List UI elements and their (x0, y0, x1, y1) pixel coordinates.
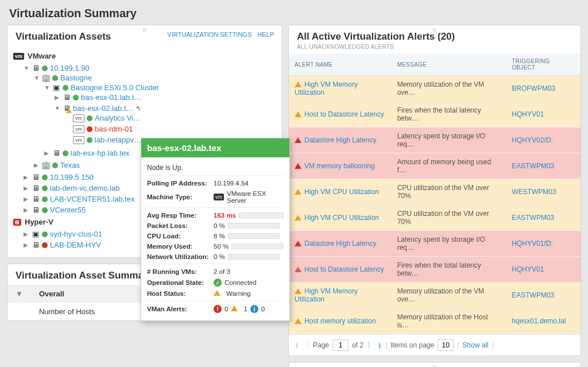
virtualization-settings-link[interactable]: VIRTUALIZATION SETTINGS (167, 31, 252, 38)
host-icon: 🖥 (32, 206, 40, 214)
tree-node-selected[interactable]: ▼ 🖥 bas-esx-02.lab.t… ↖ (55, 104, 276, 113)
vmware-group[interactable]: vm VMware (13, 49, 276, 63)
alert-row[interactable]: Host to Datastore LatencyFires when the … (289, 102, 581, 128)
tree-node[interactable]: vmbas-rdm-01 (65, 125, 276, 133)
next-page-button[interactable]: 〉 (367, 340, 374, 350)
severity-icon (295, 266, 301, 272)
alert-row[interactable]: Datastore High LatencyLatency spent by s… (289, 231, 581, 257)
help-link[interactable]: HELP (257, 31, 274, 38)
triggering-object-link[interactable]: EASTWPM03 (512, 291, 554, 299)
status-up-icon (73, 95, 79, 101)
alert-row[interactable]: Host to Datastore LatencyFires when the … (289, 257, 581, 283)
caret-down-icon[interactable]: ▼ (24, 65, 29, 71)
caret-right-icon[interactable]: ▶ (24, 185, 29, 191)
alert-row[interactable]: Datastore High LatencyLatency spent by s… (289, 128, 581, 153)
tree-label: lab-dem-vc.demo.lab (50, 184, 119, 192)
col-alert-name[interactable]: ALERT NAME (289, 53, 392, 76)
alert-name-link[interactable]: Datastore High Latency (304, 136, 376, 144)
alert-name-link[interactable]: High VM Memory Utilization (295, 80, 358, 96)
caret-down-icon[interactable]: ▼ (44, 84, 50, 91)
alert-message: Memory utilization of the VM ove… (392, 283, 506, 308)
warn-badge-icon (231, 306, 238, 311)
tree-node[interactable]: ▼ 🏢 Bastogne (34, 74, 276, 82)
tree-node[interactable]: ▼ 🖥 10.199.1.90 (24, 64, 276, 72)
caret-right-icon[interactable]: ▶ (55, 94, 60, 101)
page-title: Virtualization Summary (0, 0, 588, 25)
last-page-button[interactable]: ⦊ (378, 341, 382, 350)
vman-alerts-value: !0 1 i0 (214, 305, 284, 313)
alert-name-link[interactable]: High VM CPU Utilization (304, 188, 379, 196)
triggering-object-link[interactable]: HQHYV01 (512, 265, 544, 273)
drag-handle-icon[interactable]: ⠿ (142, 28, 147, 34)
show-all-link[interactable]: Show all (462, 341, 488, 349)
caret-right-icon[interactable]: ▶ (24, 196, 29, 202)
alert-row[interactable]: High VM Memory UtilizationMemory utiliza… (289, 283, 581, 308)
vm-icon: vm (73, 125, 84, 133)
triggering-object-link[interactable]: HQHYV01 (512, 110, 544, 118)
triggering-object-link[interactable]: hqesx01.demo.lal (512, 317, 566, 325)
triggering-object-link[interactable]: HQHYV01/D: (512, 239, 552, 248)
alert-row[interactable]: High VM Memory UtilizationMemory utiliza… (289, 76, 581, 102)
alert-row[interactable]: VM memory ballooningAmount of memory bei… (289, 153, 581, 179)
caret-right-icon[interactable]: ▶ (44, 150, 50, 156)
tree-label: LAB-VCENTER51.lab.tex (50, 195, 134, 203)
tree-node[interactable]: vmAnalytics Vi… (65, 114, 276, 122)
col-message[interactable]: MESSAGE (392, 53, 506, 76)
drag-handle-icon[interactable]: ⠿ (432, 28, 437, 34)
col-triggering-object[interactable]: TRIGGERING OBJECT (506, 53, 581, 76)
status-up-icon (42, 207, 48, 213)
severity-icon (295, 163, 301, 169)
caret-down-icon[interactable]: ▼ (55, 105, 60, 111)
tree-label: Bastogne ESXi 5.0 Cluster (71, 83, 159, 92)
host-icon: 🖥 (32, 64, 40, 72)
vm-icon: vm (73, 114, 84, 122)
severity-icon (295, 189, 301, 195)
drag-handle-icon[interactable]: ⠿ (432, 365, 437, 367)
host-status-value: Warning (226, 290, 250, 297)
triggering-object-link[interactable]: EASTWPM03 (512, 214, 554, 222)
avg-resp-value: 163 ms (214, 212, 236, 219)
pager: ⦉ 〈 Page of 2 〉 ⦊ | Items on page | Show… (289, 334, 581, 356)
alert-name-link[interactable]: Host to Datastore Latency (304, 110, 384, 118)
status-down-icon (42, 242, 48, 248)
alert-name-link[interactable]: High VM Memory Utilization (295, 287, 358, 303)
alert-name-link[interactable]: VM memory ballooning (304, 162, 375, 170)
first-page-button[interactable]: ⦉ (295, 341, 299, 350)
alert-row[interactable]: High VM CPU UtilizationCPU utilization o… (289, 179, 581, 205)
page-total: of 2 (352, 341, 363, 349)
alert-message: Memory utilization of the VM ove… (392, 76, 506, 102)
page-input[interactable] (332, 339, 349, 351)
mem-bar (231, 244, 283, 249)
warning-icon (214, 290, 220, 296)
host-icon: 🖥 (32, 241, 40, 249)
tree-node[interactable]: ▼ ▣ Bastogne ESXi 5.0 Cluster (44, 83, 276, 92)
caret-right-icon[interactable]: ▶ (24, 242, 29, 248)
caret-down-icon[interactable]: ▼ (34, 75, 40, 81)
tree-label: lab-esx-hp.lab.tex (71, 149, 130, 157)
cpu-bar (228, 233, 280, 239)
triggering-object-link[interactable]: BROFWPM03 (512, 84, 555, 92)
caret-right-icon[interactable]: ▶ (24, 207, 29, 213)
summary-title: Virtualization Asset Summary (16, 270, 153, 281)
alert-name-link[interactable]: Datastore High Latency (304, 239, 376, 248)
prev-page-button[interactable]: 〈 (302, 340, 310, 350)
severity-icon (295, 215, 301, 221)
tree-label: 10.199.5.150 (50, 173, 94, 181)
triggering-object-link[interactable]: HQHYV02/D: (512, 136, 552, 144)
alert-name-link[interactable]: High VM CPU Utilization (304, 214, 379, 222)
triggering-object-link[interactable]: WESTWPM03 (512, 188, 556, 196)
running-vms-value: 2 of 3 (214, 268, 284, 275)
ok-icon: ✓ (214, 279, 222, 287)
caret-right-icon[interactable]: ▶ (24, 231, 29, 237)
tree-node[interactable]: ▶🖥bas-esx-01.lab.t… (55, 93, 276, 102)
alert-name-link[interactable]: Host memory utilization (304, 317, 376, 325)
alert-row[interactable]: Host memory utilizationMemory utilizatio… (289, 308, 581, 334)
collapse-icon[interactable]: ▼ (7, 285, 31, 303)
alert-name-link[interactable]: Host to Datastore Latency (304, 265, 384, 273)
alert-row[interactable]: High VM CPU UtilizationCPU utilization o… (289, 205, 581, 231)
triggering-object-link[interactable]: EASTWPM03 (512, 162, 554, 170)
items-input[interactable] (438, 339, 454, 351)
caret-right-icon[interactable]: ▶ (34, 162, 40, 168)
hyperv-icon: ⊞ (13, 219, 21, 226)
caret-right-icon[interactable]: ▶ (24, 174, 29, 180)
